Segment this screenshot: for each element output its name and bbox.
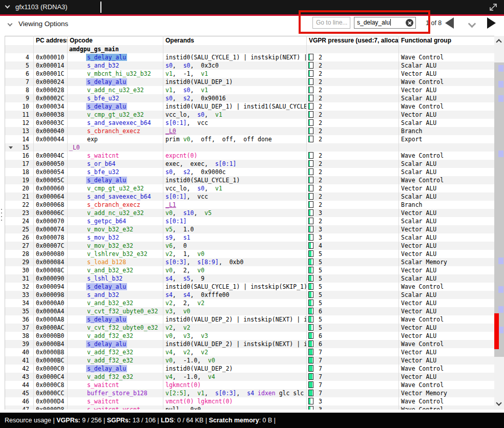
operand-token: prim bbox=[165, 136, 183, 143]
instruction-row[interactable]: 70x000024s_delay_aluinstid0(VALU_DEP_1)2… bbox=[5, 78, 494, 86]
previous-match-button[interactable] bbox=[445, 17, 454, 29]
label-row[interactable]: 15_L0 bbox=[5, 143, 494, 152]
scroll-down-button[interactable] bbox=[494, 399, 504, 410]
column-header-vgpr-pressure[interactable]: VGPR pressure (used:7, allocate bbox=[306, 36, 398, 46]
instruction-row[interactable]: 270x00007Cv_mov_b32_e32v6, 04Vector ALU bbox=[5, 242, 494, 250]
instruction-row[interactable]: 390x0000B4s_delay_aluinstid0(VALU_DEP_2)… bbox=[5, 340, 494, 348]
instruction-row[interactable]: 300x00008Cv_and_b32_e32v0, 2, v05Vector … bbox=[5, 266, 494, 274]
next-match-button[interactable] bbox=[487, 17, 496, 29]
operand-token: expcnt(0) bbox=[165, 152, 197, 159]
instruction-row[interactable]: 40x000010s_delay_aluinstid0(SALU_CYCLE_1… bbox=[5, 53, 494, 61]
operand-token: v[2:5] bbox=[165, 390, 187, 397]
instruction-row[interactable]: 230x00006Cv_add_nc_u32_e32v0, s10, v53Ve… bbox=[5, 209, 494, 217]
opcode-cell: s_delay_alu bbox=[67, 102, 163, 111]
instruction-row[interactable]: 160x00004Cs_waitcntexpcnt(0)2Wave Contro… bbox=[5, 152, 494, 160]
instruction-row[interactable]: 410x0000BCv_add_f32_e32v0, -1.0, v07Vect… bbox=[5, 356, 494, 365]
instruction-row[interactable]: 80x000028v_add_nc_u32_e32v1, s0, v12Vect… bbox=[5, 86, 494, 94]
instruction-row[interactable]: 120x00003Cs_and_saveexec_b64s[0:1], vcc2… bbox=[5, 119, 494, 127]
splitter-handle[interactable] bbox=[1, 209, 3, 224]
search-input[interactable]: s_delay_alu bbox=[354, 17, 416, 29]
operand-token: , bbox=[173, 95, 183, 102]
instruction-row[interactable]: 370x0000ACv_cvt_f32_ubyte0_e32v2, v25Vec… bbox=[5, 324, 494, 332]
line-number: 7 bbox=[5, 78, 33, 86]
instruction-row[interactable]: 440x0000C8s_waitcntlgkmcnt(0)7Wave Contr… bbox=[5, 381, 494, 389]
instruction-row[interactable]: 110x000038v_cmp_gt_u32_e32vcc_lo, s0, v1… bbox=[5, 111, 494, 119]
tab-gfx1103[interactable]: gfx1103 (RDNA3) bbox=[15, 3, 68, 11]
instruction-row[interactable]: 400x0000B8v_add_f32_e32v4, v2, v27Vector… bbox=[5, 348, 494, 356]
line-number: 32 bbox=[5, 283, 33, 291]
pressure-value: 2 bbox=[319, 184, 322, 192]
scroll-up-button[interactable] bbox=[494, 36, 504, 47]
instruction-row[interactable]: 470x0000D8s_waitcnt_vscntnull, 0x03Wave … bbox=[5, 405, 494, 410]
opcode: s_bfe_u32 bbox=[86, 168, 120, 176]
expand-diagonal-arrows-icon[interactable] bbox=[488, 2, 499, 13]
pc-address: 0x000038 bbox=[33, 111, 67, 119]
column-header-functional-group[interactable]: Functional group bbox=[398, 36, 494, 46]
functional-group-cell: Vector ALU bbox=[398, 266, 494, 274]
instruction-row[interactable]: 100x000034s_delay_aluinstid0(VALU_DEP_1)… bbox=[5, 102, 494, 111]
pressure-bar bbox=[308, 62, 313, 69]
instruction-row[interactable]: 360x0000A8s_delay_aluinstid0(VALU_DEP_2)… bbox=[5, 315, 494, 324]
instruction-row[interactable]: 220x000068s_cbranch_execz_L12Branch bbox=[5, 201, 494, 209]
clear-search-icon[interactable] bbox=[406, 19, 413, 27]
pressure-value: 2 bbox=[319, 86, 322, 94]
pc-address: 0x0000A8 bbox=[33, 315, 67, 324]
operands-cell: vmcnt(0) lgkmcnt(0) bbox=[163, 397, 306, 405]
instruction-row[interactable]: 180x000054s_bfe_u32s0, s2, 0x9000c2Scala… bbox=[5, 168, 494, 176]
vertical-scrollbar[interactable] bbox=[494, 36, 504, 410]
operand-token: , bbox=[173, 209, 183, 217]
instruction-row[interactable]: 460x0000D4s_waitcntvmcnt(0) lgkmcnt(0)3W… bbox=[5, 397, 494, 405]
pressure-value: 2 bbox=[319, 119, 322, 127]
instruction-row[interactable]: 330x000098s_and_b32s4, s4, 0xfffe005Scal… bbox=[5, 291, 494, 299]
instruction-row[interactable]: 380x0000B0v_add_f32_e32v0, v3, v36Vector… bbox=[5, 332, 494, 340]
instruction-row[interactable]: 190x00005Cs_delay_aluinstid0(SALU_CYCLE_… bbox=[5, 176, 494, 184]
operand-token: v3 bbox=[201, 332, 208, 339]
vgpr-pressure-cell: 6 bbox=[306, 307, 398, 315]
pressure-value: 7 bbox=[319, 365, 322, 373]
operand-token: s0 bbox=[197, 111, 204, 118]
vgpr-pressure-cell: 2 bbox=[306, 111, 398, 119]
instruction-row[interactable]: 90x00002Cs_bfe_u32s0, s2, 0x900162Scalar… bbox=[5, 94, 494, 102]
opcode: s_getpc_b64 bbox=[86, 218, 127, 225]
instruction-row[interactable]: 430x0000C4v_add_f32_e32v4, -1.0, v47Vect… bbox=[5, 373, 494, 381]
pressure-bar bbox=[308, 152, 313, 159]
instruction-row[interactable]: 310x000090s_lshl_b32s4, s5, 95Scalar ALU bbox=[5, 274, 494, 283]
operands-cell: s0, s2, 0x9000c bbox=[163, 168, 306, 176]
instruction-row[interactable]: 320x000094s_delay_aluinstid0(SALU_CYCLE_… bbox=[5, 283, 494, 291]
opcode: v_mov_b32_e32 bbox=[86, 242, 134, 249]
goto-line-input[interactable]: Go to line... bbox=[312, 17, 350, 29]
viewing-options-toggle[interactable]: Viewing Options bbox=[18, 20, 68, 28]
instruction-row[interactable]: 350x0000A4v_cvt_f32_ubyte0_e32v3, v06Vec… bbox=[5, 307, 494, 315]
functional-group-cell: Wave Control bbox=[398, 397, 494, 405]
column-header-opcode[interactable]: Opcode bbox=[67, 36, 163, 46]
vgpr-pressure-cell: 7 bbox=[306, 356, 398, 365]
operands-cell: v0, -1.0, v0 bbox=[163, 356, 306, 365]
chevron-down-icon[interactable] bbox=[5, 4, 10, 9]
pc-address: 0x0000B0 bbox=[33, 332, 67, 340]
instruction-row[interactable]: 200x000060v_cmp_gt_u32_e32vcc_lo, s0, v1… bbox=[5, 184, 494, 192]
instruction-row[interactable]: 130x000040s_cbranch_execz_L02Branch bbox=[5, 127, 494, 135]
instruction-row[interactable]: 210x000064s_and_saveexec_b64s[0:1], vcc2… bbox=[5, 192, 494, 201]
column-header-operands[interactable]: Operands bbox=[163, 36, 306, 46]
label-row[interactable]: amdgpu_gs_main bbox=[5, 45, 494, 53]
instruction-row[interactable]: 60x00001Cv_mbcnt_hi_u32_b32v1, -1, v12Ve… bbox=[5, 70, 494, 78]
operand-token: , bbox=[173, 87, 183, 94]
instruction-row[interactable]: 290x000084s_load_b128s[0:3], s[8:9], 0xb… bbox=[5, 258, 494, 266]
instruction-row[interactable]: 240x000070s_getpc_b64s[0:1]2Scalar ALU bbox=[5, 217, 494, 225]
instruction-row[interactable]: 420x0000C0s_delay_aluinstid0(VALU_DEP_2)… bbox=[5, 365, 494, 373]
instruction-row[interactable]: 50x000014s_and_b32s0, s0, 0x3c02Scalar A… bbox=[5, 61, 494, 70]
opcode-cell: s_delay_alu bbox=[67, 365, 163, 373]
pc-address: 0x00003C bbox=[33, 119, 67, 127]
instruction-row[interactable]: 340x0000A0v_and_b32_e32v2, 2, v25Vector … bbox=[5, 299, 494, 307]
column-header-pc-address[interactable]: PC address bbox=[33, 36, 67, 46]
pressure-value: 2 bbox=[319, 53, 322, 61]
operand-token: s0 bbox=[165, 168, 173, 176]
instruction-row[interactable]: 140x000044expprim v0, off, off, off done… bbox=[5, 135, 494, 143]
instruction-row[interactable]: 250x000074v_mov_b32_e32v5, 1.03Vector AL… bbox=[5, 225, 494, 233]
operand-token: v1 bbox=[201, 87, 208, 94]
instruction-row[interactable]: 170x000050s_or_b64exec, exec, s[0:1]2Sca… bbox=[5, 160, 494, 168]
instruction-row[interactable]: 450x0000CCbuffer_store_b128v[2:5], v1, s… bbox=[5, 389, 494, 397]
instruction-row[interactable]: 260x000078s_mov_b32s9, s13Scalar ALU bbox=[5, 233, 494, 242]
instruction-row[interactable]: 280x000080v_lshlrev_b32_e32v2, 1, v05Vec… bbox=[5, 250, 494, 258]
search-match-opcode: s_delay_alu bbox=[86, 54, 127, 61]
